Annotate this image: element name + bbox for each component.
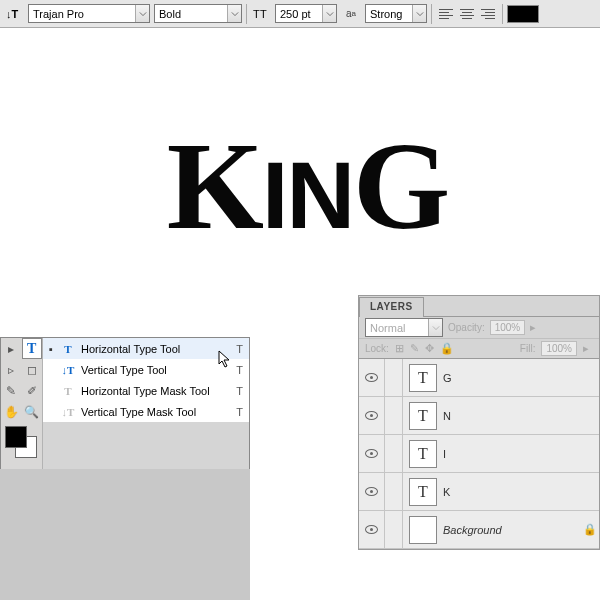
antialias-dropdown[interactable]: Strong (365, 4, 427, 23)
layers-lock-row: Lock: ⊞ ✎ ✥ 🔒 Fill: 100% ▸ (359, 338, 599, 358)
layers-tab[interactable]: LAYERS (359, 297, 424, 317)
layer-row[interactable]: T G (359, 359, 599, 397)
eye-icon (365, 487, 378, 496)
layers-tabs: LAYERS (359, 296, 599, 316)
type-tool-flyout: ▪ T Horizontal Type Tool T ↓T Vertical T… (43, 338, 249, 422)
layer-name[interactable]: I (443, 448, 599, 460)
hand-tool[interactable]: ✋ (1, 401, 22, 422)
chevron-down-icon (412, 5, 426, 22)
svg-text:T: T (260, 8, 267, 20)
layer-name[interactable]: K (443, 486, 599, 498)
font-weight-dropdown[interactable]: Bold (154, 4, 242, 23)
eye-icon (365, 373, 378, 382)
visibility-toggle[interactable] (359, 511, 385, 548)
layer-thumb[interactable]: T (409, 364, 437, 392)
lock-brush-icon[interactable]: ✎ (410, 342, 419, 355)
lock-label: Lock: (365, 343, 389, 354)
vertical-type-icon: ↓T (61, 364, 75, 376)
direct-select-tool[interactable]: ▹ (1, 359, 22, 380)
align-center-button[interactable] (457, 4, 477, 24)
svg-text:T: T (253, 8, 260, 20)
layer-row[interactable]: T N (359, 397, 599, 435)
layer-list: T G T N T I T K Background 🔒 (359, 358, 599, 549)
link-cell[interactable] (385, 435, 403, 472)
fill-value[interactable]: 100% (541, 341, 577, 356)
layer-thumb[interactable]: T (409, 478, 437, 506)
font-family-dropdown[interactable]: Trajan Pro (28, 4, 150, 23)
flyout-vertical-type-mask[interactable]: ↓T Vertical Type Mask Tool T (43, 401, 249, 422)
layers-blend-row: Normal Opacity: 100% ▸ (359, 316, 599, 338)
layer-row[interactable]: T K (359, 473, 599, 511)
link-cell[interactable] (385, 511, 403, 548)
chevron-down-icon (322, 5, 336, 22)
canvas-type-layer[interactable]: KING (55, 115, 560, 258)
chevron-down-icon (428, 319, 442, 336)
toolbox-strip: ▸T ▹◻ ✎✐ ✋🔍 (1, 338, 43, 422)
align-left-button[interactable] (436, 4, 456, 24)
flyout-vertical-type[interactable]: ↓T Vertical Type Tool T (43, 359, 249, 380)
opacity-flyout-icon[interactable]: ▸ (530, 321, 540, 334)
visibility-toggle[interactable] (359, 397, 385, 434)
link-cell[interactable] (385, 397, 403, 434)
antialias-icon: aa (341, 4, 361, 24)
flyout-horizontal-type-mask[interactable]: T Horizontal Type Mask Tool T (43, 380, 249, 401)
link-cell[interactable] (385, 473, 403, 510)
align-right-button[interactable] (478, 4, 498, 24)
blend-mode-dropdown[interactable]: Normal (365, 318, 443, 337)
type-mask-icon: T (61, 385, 75, 397)
zoom-tool[interactable]: 🔍 (22, 401, 43, 422)
layer-name[interactable]: N (443, 410, 599, 422)
text-tool-icon: ↓T (4, 4, 24, 24)
font-size-dropdown[interactable]: 250 pt (275, 4, 337, 23)
eye-icon (365, 411, 378, 420)
layer-row-background[interactable]: Background 🔒 (359, 511, 599, 549)
panel-grey-area (0, 469, 250, 600)
chevron-down-icon (135, 5, 149, 22)
lock-move-icon[interactable]: ✥ (425, 342, 434, 355)
eye-icon (365, 525, 378, 534)
svg-text:↓T: ↓T (6, 8, 19, 20)
opacity-label: Opacity: (448, 322, 485, 333)
text-color-swatch[interactable] (507, 5, 539, 23)
opacity-value[interactable]: 100% (490, 320, 526, 335)
visibility-toggle[interactable] (359, 359, 385, 396)
layer-thumb[interactable] (409, 516, 437, 544)
flyout-horizontal-type[interactable]: ▪ T Horizontal Type Tool T (43, 338, 249, 359)
text-options-bar: ↓T Trajan Pro Bold TT 250 pt aa Strong (0, 0, 600, 28)
text-align-group (436, 4, 498, 24)
font-weight-value: Bold (159, 8, 224, 20)
layer-row[interactable]: T I (359, 435, 599, 473)
lock-icon: 🔒 (583, 523, 599, 536)
color-swatches[interactable] (1, 422, 43, 470)
lock-transparency-icon[interactable]: ⊞ (395, 342, 404, 355)
layer-thumb[interactable]: T (409, 440, 437, 468)
type-icon: T (61, 343, 75, 355)
separator (431, 4, 432, 24)
layer-name[interactable]: Background (443, 524, 583, 536)
font-family-value: Trajan Pro (33, 8, 132, 20)
fill-label: Fill: (520, 343, 536, 354)
type-tool[interactable]: T (22, 338, 43, 359)
notes-tool[interactable]: ✎ (1, 380, 22, 401)
vertical-type-mask-icon: ↓T (61, 406, 75, 418)
layer-thumb[interactable]: T (409, 402, 437, 430)
chevron-down-icon (227, 5, 241, 22)
link-cell[interactable] (385, 359, 403, 396)
separator (502, 4, 503, 24)
shape-tool[interactable]: ◻ (22, 359, 43, 380)
layers-panel: LAYERS Normal Opacity: 100% ▸ Lock: ⊞ ✎ … (358, 295, 600, 550)
eyedropper-tool[interactable]: ✐ (22, 380, 43, 401)
font-size-value: 250 pt (280, 8, 319, 20)
visibility-toggle[interactable] (359, 435, 385, 472)
font-size-icon: TT (251, 4, 271, 24)
foreground-swatch[interactable] (5, 426, 27, 448)
visibility-toggle[interactable] (359, 473, 385, 510)
lock-all-icon[interactable]: 🔒 (440, 342, 454, 355)
antialias-value: Strong (370, 8, 409, 20)
eye-icon (365, 449, 378, 458)
fill-flyout-icon[interactable]: ▸ (583, 342, 593, 355)
layer-name[interactable]: G (443, 372, 599, 384)
path-select-tool[interactable]: ▸ (1, 338, 22, 359)
separator (246, 4, 247, 24)
tools-flyout-panel: ▸T ▹◻ ✎✐ ✋🔍 ▪ T Horizontal Type Tool T ↓… (0, 337, 250, 471)
